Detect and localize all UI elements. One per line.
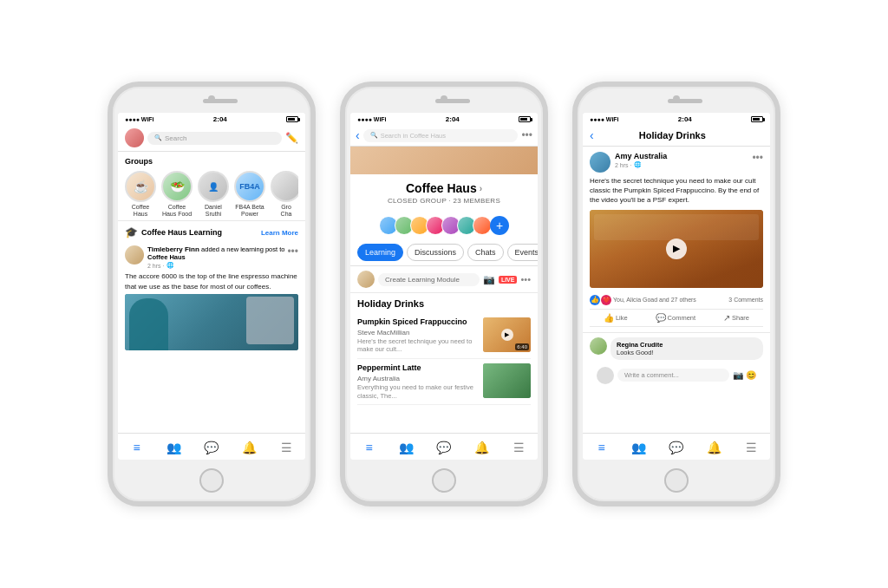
group-item-coffee-haus[interactable]: ☕ CoffeeHaus <box>125 171 156 217</box>
post-item-1: Timleberry Finn added a new learning pos… <box>125 242 298 353</box>
post-video-1[interactable]: ▶ <box>125 294 298 350</box>
share-icon: ↗ <box>723 313 730 323</box>
s3-reaction-text: You, Alicia Goad and 27 others <box>613 297 696 303</box>
tab-learning[interactable]: Learning <box>357 244 403 261</box>
person-shape <box>129 298 168 350</box>
tab-notifications-3[interactable]: 🔔 <box>705 439 722 456</box>
user-avatar-1[interactable] <box>125 128 144 147</box>
tab-groups-3[interactable]: 👥 <box>630 439 648 456</box>
module-content: Holiday Drinks Pumpkin Spiced Frappuccin… <box>350 293 538 410</box>
tab-chat[interactable]: 💬 <box>203 439 220 456</box>
tab-events[interactable]: Events <box>507 244 538 261</box>
search-icon-1: 🔍 <box>154 134 162 141</box>
like-button[interactable]: 👍 Like <box>604 313 628 323</box>
back-button-2[interactable]: ‹ <box>356 128 360 142</box>
commenter-avatar <box>590 337 607 355</box>
item-title-1: Pumpkin Spiced Frappuccino <box>357 317 476 328</box>
camera-icon[interactable]: 📷 <box>483 274 495 285</box>
phone-1-nav: 🔍 Search ✏️ <box>118 125 305 152</box>
comment-bubble: Regina Crudite Looks Good! <box>610 337 763 360</box>
search-bar-2[interactable]: 🔍 Search in Coffee Haus <box>363 129 519 142</box>
tab-notifications-2[interactable]: 🔔 <box>473 439 490 456</box>
s3-time-text: 2 hrs <box>615 162 629 168</box>
learn-title: Coffee Haus Learning <box>141 228 222 237</box>
more-btn-2[interactable]: ••• <box>521 129 532 141</box>
search-bar-1[interactable]: 🔍 Search <box>147 132 282 145</box>
back-button-3[interactable]: ‹ <box>590 128 594 142</box>
tab-groups-2[interactable]: 👥 <box>398 439 415 456</box>
s3-comments-count: 3 Comments <box>728 297 763 303</box>
tab-groups[interactable]: 👥 <box>166 439 183 456</box>
group-label-daniel: DanielSruthi <box>205 204 222 217</box>
create-more-btn[interactable]: ••• <box>520 274 531 284</box>
tab-menu-2[interactable]: ☰ <box>510 439 527 456</box>
write-avatar <box>597 367 614 384</box>
author-name-text-1: Timleberry Finn <box>147 245 199 253</box>
tab-chat-3[interactable]: 💬 <box>668 439 685 456</box>
s3-post-body: Here's the secret technique you need to … <box>590 176 763 206</box>
tab-feed[interactable]: ≡ <box>128 439 146 456</box>
group-meta: CLOSED GROUP · 23 MEMBERS <box>357 197 531 205</box>
edit-icon-1[interactable]: ✏️ <box>285 132 298 144</box>
signal-icons-2: ●●●● WiFi <box>357 116 387 122</box>
comment-input-icons: 📷 😊 <box>733 370 756 380</box>
phone-3-screen: ●●●● WiFi 2:04 ‹ Holiday Drinks Amy Aust… <box>583 113 770 460</box>
post-avatar-1 <box>125 245 144 265</box>
tab-discussions[interactable]: Discussions <box>407 244 464 261</box>
group-item-gro[interactable]: GroCha <box>271 171 298 217</box>
learn-more-link[interactable]: Learn More <box>261 229 298 237</box>
phone-2: ●●●● WiFi 2:04 ‹ 🔍 Search in Coffee Haus… <box>340 82 548 506</box>
love-reaction: ❤️ <box>601 295 611 305</box>
share-button[interactable]: ↗ Share <box>723 313 749 323</box>
s3-author-name: Amy Australia <box>615 152 667 160</box>
tab-feed-2[interactable]: ≡ <box>361 439 378 456</box>
tab-notifications[interactable]: 🔔 <box>240 439 258 456</box>
s3-author-row: Amy Australia 2 hrs · 🌐 <box>590 152 667 173</box>
tab-menu-3[interactable]: ☰ <box>742 439 760 456</box>
post-more-btn-1[interactable]: ••• <box>287 245 298 258</box>
tab-chat-2[interactable]: 💬 <box>435 439 453 456</box>
group-name: Coffee Haus › <box>357 181 531 195</box>
tab-chats[interactable]: Chats <box>467 244 504 261</box>
learning-section: 🎓 Coffee Haus Learning Learn More Timleb… <box>118 220 305 358</box>
create-module-input[interactable]: Create Learning Module <box>378 273 480 286</box>
phone-2-nav: ‹ 🔍 Search in Coffee Haus ••• <box>350 125 538 147</box>
time-1: 2:04 <box>213 115 227 123</box>
members-row: + <box>350 212 538 239</box>
s3-post-avatar <box>590 152 610 173</box>
write-comment-bar: Write a comment... 📷 😊 <box>590 363 763 388</box>
module-item-2[interactable]: Peppermint Latte Amy Australia Everythin… <box>357 359 531 405</box>
item-thumb-2 <box>483 363 531 398</box>
camera-comment-icon[interactable]: 📷 <box>733 370 743 380</box>
tab-feed-3[interactable]: ≡ <box>593 439 610 456</box>
post-time-1: 2 hrs · 🌐 <box>147 262 287 269</box>
commenter-name: Regina Crudite <box>617 341 757 349</box>
comment-input[interactable]: Write a comment... <box>617 369 729 382</box>
learn-header: 🎓 Coffee Haus Learning Learn More <box>125 226 298 238</box>
phone-1: ●●●● WiFi 2:04 🔍 Search ✏️ Groups ☕ <box>108 82 316 506</box>
s3-video[interactable]: ▶ <box>590 210 763 288</box>
member-7[interactable] <box>473 216 492 235</box>
group-item-daniel[interactable]: 👤 DanielSruthi <box>198 171 229 217</box>
post-author-row: Timleberry Finn added a new learning pos… <box>125 245 287 269</box>
signal-icons: ●●●● WiFi <box>125 116 154 122</box>
s3-play-button[interactable]: ▶ <box>666 238 687 259</box>
group-item-fb4a[interactable]: FB4A FB4A BetaPower <box>234 171 265 217</box>
tab-menu[interactable]: ☰ <box>278 439 295 456</box>
like-icon: 👍 <box>604 313 614 323</box>
group-label-gro: GroCha <box>281 204 292 217</box>
s3-more-btn[interactable]: ••• <box>752 152 763 164</box>
emoji-comment-icon[interactable]: 😊 <box>746 370 756 380</box>
group-item-coffee-food[interactable]: 🥗 CoffeeHaus Food <box>161 171 193 217</box>
comment-icon: 💬 <box>656 313 666 323</box>
item-desc-2: Everything you need to make our festive … <box>357 383 476 401</box>
module-item-1[interactable]: Pumpkin Spiced Frappuccino Steve MacMill… <box>357 313 531 359</box>
item-thumb-1: ▶ 6:40 <box>483 317 531 352</box>
comment-label: Comment <box>668 314 696 322</box>
s3-reaction-icons: 👍 ❤️ <box>590 295 611 305</box>
comment-button[interactable]: 💬 Comment <box>656 313 696 323</box>
live-badge[interactable]: LIVE <box>499 276 518 284</box>
s3-post-time: 2 hrs · 🌐 <box>615 161 667 168</box>
create-module-bar: Create Learning Module 📷 LIVE ••• <box>350 266 538 293</box>
add-member-button[interactable]: + <box>490 216 509 235</box>
